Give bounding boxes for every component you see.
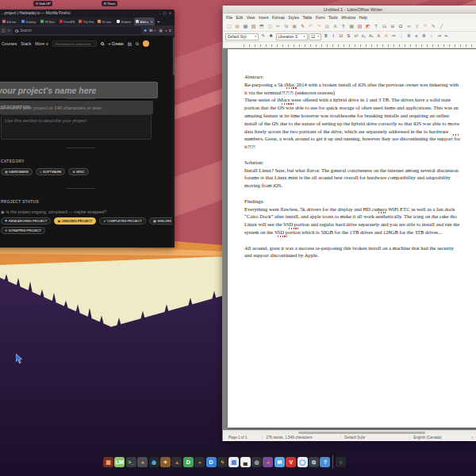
undo-icon[interactable]: ↶ bbox=[307, 22, 315, 30]
tab-6[interactable]: 5k ima bbox=[96, 17, 114, 25]
page-scrollbar[interactable] bbox=[172, 36, 175, 248]
widget-timer[interactable]: Timer bbox=[102, 1, 117, 6]
lightning-app-icon[interactable]: ϟ bbox=[217, 457, 228, 467]
maximize-button[interactable]: ▢ bbox=[163, 11, 167, 15]
chip-software[interactable]: ⌗ SOFTWARE bbox=[36, 168, 66, 175]
tab-5[interactable]: The Fre bbox=[77, 17, 95, 25]
line-spacing-icon[interactable]: ↕ bbox=[428, 33, 436, 40]
align-left-icon[interactable]: ≣ bbox=[405, 33, 413, 40]
menu-icon[interactable]: ≡ bbox=[169, 29, 171, 33]
status-researching[interactable]: ⚑ RESEARCHING PROJECT bbox=[1, 217, 51, 225]
status-completed[interactable]: ✔ COMPLETED PROJECT bbox=[99, 217, 146, 225]
align-center-icon[interactable]: ≡ bbox=[413, 33, 420, 40]
decrease-indent-icon[interactable]: ⇤ bbox=[443, 33, 451, 40]
menu-help[interactable]: Help bbox=[359, 15, 367, 20]
network-icon[interactable]: ⧉ bbox=[309, 457, 319, 467]
swirl-app-icon[interactable]: ◕ bbox=[194, 457, 205, 467]
insert-table-icon[interactable]: ▦ bbox=[347, 22, 355, 30]
status-scrapped[interactable]: ✕ SCRAPPED PROJECT bbox=[1, 227, 45, 234]
special-char-icon[interactable]: Ω bbox=[397, 22, 405, 30]
status-shelved[interactable]: ▤ SHELVED PROJECT bbox=[149, 217, 175, 225]
chip-hardware[interactable]: ▣ HARDWARE bbox=[1, 168, 33, 175]
menu-window[interactable]: Window bbox=[341, 15, 355, 20]
scrollbar-thumb[interactable] bbox=[173, 37, 175, 75]
linkedin-icon[interactable]: in bbox=[149, 29, 152, 33]
url-search-bar[interactable]: Search bbox=[13, 27, 141, 34]
page-style[interactable]: Default Style bbox=[341, 436, 410, 440]
print-preview-icon[interactable]: ◫ bbox=[266, 22, 274, 30]
status-ongoing[interactable]: ▶ ONGOING PROJECT bbox=[54, 217, 96, 225]
find-replace-icon[interactable]: ◎ bbox=[324, 22, 332, 30]
footnote-icon[interactable]: ƒ bbox=[413, 22, 421, 30]
menu-view[interactable]: View bbox=[247, 15, 255, 20]
view-layout-icon[interactable]: ▯ bbox=[471, 436, 473, 440]
line-icon[interactable]: ╱ bbox=[438, 22, 446, 30]
sidebar-icon[interactable]: ◫ bbox=[2, 29, 6, 33]
recording-icon[interactable]: ● bbox=[165, 29, 167, 33]
horizontal-scrollbar[interactable] bbox=[223, 430, 476, 434]
menu-tools[interactable]: Tools bbox=[328, 15, 338, 20]
subscript-icon[interactable]: x₂ bbox=[360, 33, 367, 40]
messages-icon[interactable]: ⧉ bbox=[136, 41, 139, 47]
superscript-icon[interactable]: x² bbox=[353, 33, 360, 40]
nav-more[interactable]: More ∨ bbox=[35, 41, 48, 46]
tab-1[interactable]: bol we bbox=[1, 17, 19, 25]
gallery-icon[interactable]: ▤ bbox=[128, 41, 132, 46]
italic-icon[interactable]: I bbox=[330, 33, 337, 40]
jar-app-icon[interactable]: ▄ bbox=[240, 457, 251, 467]
nav-courses[interactable]: Courses bbox=[2, 41, 17, 46]
comment-icon[interactable]: ❝ bbox=[421, 22, 429, 30]
highlight-color-icon[interactable]: A bbox=[383, 33, 390, 40]
page-break-icon[interactable]: ⊟ bbox=[381, 22, 389, 30]
menu-insert[interactable]: Insert bbox=[259, 15, 269, 20]
clone-formatting-icon[interactable]: ✎ bbox=[299, 22, 307, 30]
strikethrough-icon[interactable]: S bbox=[345, 33, 352, 40]
power-icon[interactable]: ○ bbox=[336, 457, 346, 467]
mint-menu-icon[interactable]: LM bbox=[114, 457, 125, 467]
update-manager-icon[interactable]: ● bbox=[137, 457, 148, 467]
cut-icon[interactable]: ✂ bbox=[274, 22, 282, 30]
font-size-select[interactable]: 12▾ bbox=[309, 33, 321, 40]
export-pdf-icon[interactable]: ▥ bbox=[250, 22, 258, 30]
new-style-icon[interactable]: ✚ bbox=[268, 33, 275, 40]
chip-misc[interactable]: ✱ MISC bbox=[68, 168, 88, 175]
document-page[interactable]: Abstract: Re-purposing a 5k iMac 2014 wi… bbox=[228, 49, 476, 428]
text-box-icon[interactable]: T bbox=[372, 22, 380, 30]
numbering-icon[interactable]: ⋮ bbox=[398, 33, 405, 40]
scrollbar-thumb[interactable] bbox=[298, 432, 425, 434]
align-right-icon[interactable]: ≣ bbox=[420, 33, 428, 40]
green-d-app-icon[interactable]: D bbox=[183, 457, 194, 467]
menu-edit[interactable]: Edit bbox=[236, 15, 244, 20]
bullets-icon[interactable]: ≔ bbox=[390, 33, 397, 40]
update-style-icon[interactable]: ✎ bbox=[260, 33, 267, 40]
close-button[interactable]: ✕ bbox=[169, 11, 171, 15]
search-icon[interactable] bbox=[101, 42, 104, 45]
print-icon[interactable]: ⬒ bbox=[258, 22, 266, 30]
spelling-icon[interactable]: A bbox=[332, 22, 340, 30]
tab-7[interactable]: Submit bbox=[115, 17, 133, 25]
insert-chart-icon[interactable]: ◩ bbox=[364, 22, 372, 30]
writer-titlebar[interactable]: Untitled 1 - LibreOffice Writer bbox=[223, 6, 476, 13]
tab-4[interactable]: FreeBS bbox=[58, 17, 76, 25]
hyperlink-icon[interactable]: ∞ bbox=[405, 22, 413, 30]
ring-app-icon[interactable]: ◯ bbox=[298, 457, 308, 467]
tab-8[interactable]: Add a ✕ bbox=[134, 17, 155, 25]
new-document-icon[interactable]: ▢ bbox=[225, 22, 233, 30]
lock-icon[interactable]: ▣ bbox=[159, 29, 163, 33]
paragraph-style-select[interactable]: Default Styl▾ bbox=[225, 33, 259, 40]
browser-eye-icon[interactable]: ◉ bbox=[149, 457, 159, 467]
new-tab-button[interactable]: + bbox=[157, 19, 160, 24]
text-language[interactable]: English (Canada) bbox=[410, 436, 471, 440]
bold-icon[interactable]: B bbox=[323, 33, 330, 40]
description-textarea[interactable]: Use this section to describe your projec… bbox=[1, 114, 152, 140]
insert-image-icon[interactable]: ▧ bbox=[356, 22, 364, 30]
writer-app-icon[interactable]: ▤ bbox=[228, 457, 239, 467]
menu-table[interactable]: Table bbox=[302, 15, 312, 20]
firefox-titlebar[interactable]: ...project | Hackaday.io — Mozilla Firef… bbox=[0, 10, 175, 17]
mail-icon[interactable]: ✉ bbox=[274, 457, 285, 467]
help-icon[interactable]: ? bbox=[320, 457, 330, 467]
bookmark-star-icon[interactable]: ☆ bbox=[7, 29, 10, 33]
menu-format[interactable]: Format bbox=[272, 15, 285, 20]
tab-2[interactable]: Deploy bbox=[20, 17, 38, 25]
formatting-marks-icon[interactable]: ¶ bbox=[340, 22, 347, 30]
